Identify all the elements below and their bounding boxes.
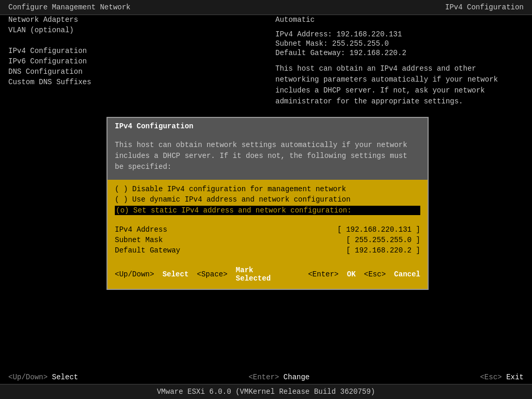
top-bar-right: IPv4 Configuration bbox=[445, 3, 524, 11]
option-dynamic[interactable]: ( ) Use dynamic IPv4 address and network… bbox=[115, 195, 420, 204]
updown-key: <Up/Down> bbox=[115, 270, 154, 278]
info-gateway: Default Gateway: 192.168.220.2 bbox=[275, 49, 524, 57]
modal-dialog: IPv4 Configuration This host can obtain … bbox=[107, 117, 429, 290]
info-ipv4: IPv4 Address: 192.168.220.131 bbox=[275, 30, 524, 38]
status-bar: VMware ESXi 6.0.0 (VMKernel Release Buil… bbox=[0, 384, 532, 399]
modal-description: This host can obtain network settings au… bbox=[108, 135, 428, 180]
field-subnet-label: Subnet Mask bbox=[115, 236, 198, 244]
info-mode: Automatic bbox=[275, 16, 524, 24]
space-action: Mark Selected bbox=[236, 266, 291, 283]
info-description: This host can obtain an IPv4 address and… bbox=[275, 63, 514, 107]
field-gateway-value[interactable]: [ 192.168.220.2 ] bbox=[346, 246, 420, 255]
footer-nav-left: <Up/Down> Select bbox=[8, 373, 78, 381]
sidebar-item-ipv4[interactable]: IPv4 Configuration bbox=[8, 47, 143, 55]
sidebar-item-ipv6[interactable]: IPv6 Configuration bbox=[8, 57, 143, 65]
field-ipv4: IPv4 Address [ 192.168.220.131 ] bbox=[115, 225, 420, 234]
enter-key: <Enter> bbox=[308, 270, 339, 278]
sidebar-item-spacer bbox=[8, 36, 143, 45]
sidebar-item-dns[interactable]: DNS Configuration bbox=[8, 68, 143, 76]
top-bar: Configure Management Network IPv4 Config… bbox=[0, 0, 532, 15]
space-key: <Space> bbox=[197, 270, 228, 278]
sidebar-item-custom-dns[interactable]: Custom DNS Suffixes bbox=[8, 78, 143, 86]
option-disable[interactable]: ( ) Disable IPv4 configuration for manag… bbox=[115, 185, 420, 193]
sidebar: Network Adapters VLAN (optional) IPv4 Co… bbox=[8, 16, 143, 88]
footer-nav-right: <Esc> Exit bbox=[480, 373, 524, 381]
sidebar-item-network-adapters[interactable]: Network Adapters bbox=[8, 16, 143, 24]
footer-nav: <Up/Down> Select <Enter> Change <Esc> Ex… bbox=[0, 370, 532, 384]
field-gateway: Default Gateway [ 192.168.220.2 ] bbox=[115, 246, 420, 255]
modal-footer: <Up/Down> Select <Space> Mark Selected <… bbox=[108, 262, 428, 289]
footer-nav-center: <Enter> Change bbox=[248, 373, 310, 381]
field-ipv4-label: IPv4 Address bbox=[115, 225, 198, 234]
esc-action[interactable]: Cancel bbox=[394, 270, 420, 278]
option-static[interactable]: (o) Set static IPv4 address and network … bbox=[115, 206, 420, 215]
field-subnet: Subnet Mask [ 255.255.255.0 ] bbox=[115, 236, 420, 244]
top-bar-left: Configure Management Network bbox=[8, 3, 130, 11]
modal-options: ( ) Disable IPv4 configuration for manag… bbox=[108, 180, 428, 222]
modal-fields: IPv4 Address [ 192.168.220.131 ] Subnet … bbox=[108, 222, 428, 262]
field-ipv4-value[interactable]: [ 192.168.220.131 ] bbox=[337, 225, 420, 234]
updown-action: Select bbox=[163, 270, 189, 278]
enter-action[interactable]: OK bbox=[347, 270, 356, 278]
modal-title: IPv4 Configuration bbox=[108, 118, 428, 135]
field-gateway-label: Default Gateway bbox=[115, 246, 198, 255]
info-subnet: Subnet Mask: 255.255.255.0 bbox=[275, 39, 524, 48]
status-text: VMware ESXi 6.0.0 (VMKernel Release Buil… bbox=[157, 388, 375, 396]
info-panel: Automatic IPv4 Address: 192.168.220.131 … bbox=[275, 16, 524, 108]
esc-key: <Esc> bbox=[364, 270, 386, 278]
field-subnet-value[interactable]: [ 255.255.255.0 ] bbox=[346, 236, 420, 244]
sidebar-item-vlan[interactable]: VLAN (optional) bbox=[8, 26, 143, 34]
